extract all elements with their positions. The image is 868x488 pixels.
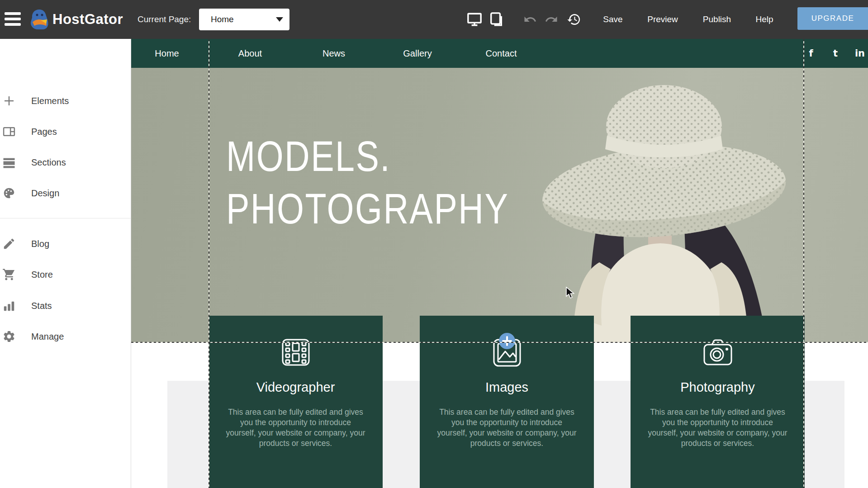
blog-pencil-icon [2,237,16,251]
undo-icon[interactable] [523,12,537,27]
site-nav-home[interactable]: Home [140,39,194,68]
help-button[interactable]: Help [751,0,778,39]
upgrade-button[interactable]: UPGRADE [797,7,868,30]
linkedin-icon[interactable]: in [851,39,868,68]
sidebar-item-blog[interactable]: Blog [0,228,131,259]
sidebar-item-label: Stats [31,301,52,311]
sidebar-item-label: Store [31,270,53,280]
sidebar-item-design[interactable]: Design [0,178,131,208]
hero-heading-line2: PHOTOGRAPHY [226,183,509,235]
site-nav-gallery[interactable]: Gallery [390,39,445,68]
sidebar-item-elements[interactable]: Elements [0,85,131,116]
card-title: Photography [631,380,805,395]
store-cart-icon [2,268,16,281]
current-page-label: Current Page: [138,0,191,39]
sidebar-item-stats[interactable]: Stats [0,290,131,321]
hero-heading-line1: MODELS. [226,130,509,183]
hamburger-menu-icon[interactable] [5,12,21,27]
sections-icon [2,156,16,169]
hero-heading[interactable]: MODELS. PHOTOGRAPHY [226,130,509,235]
card-body-text: This area can be fully edited and gives … [648,407,788,449]
sidebar-item-label: Pages [31,127,57,137]
hero-section[interactable]: MODELS. PHOTOGRAPHY [131,68,868,342]
sidebar-divider [0,218,131,218]
chevron-down-icon [276,17,283,22]
publish-button[interactable]: Publish [699,0,735,39]
sidebar-item-sections[interactable]: Sections [0,147,131,178]
add-image-badge-icon[interactable] [498,332,516,350]
sidebar-item-manage[interactable]: Manage [0,321,131,352]
save-button[interactable]: Save [599,0,626,39]
card-body-text: This area can be fully edited and gives … [226,407,366,449]
twitter-icon[interactable]: t [826,39,844,68]
plus-icon [2,94,16,108]
site-navbar: Home About News Gallery Contact f t in [131,39,868,68]
site-nav-about[interactable]: About [223,39,277,68]
desktop-view-icon[interactable] [467,12,482,27]
page-select-value: Home [211,14,234,24]
hero-section-guide [131,342,868,343]
stats-bars-icon [2,299,16,313]
sidebar-item-pages[interactable]: Pages [0,116,131,147]
design-palette-icon [2,186,16,200]
redo-icon[interactable] [545,12,558,27]
brand-name: HostGator [52,11,123,28]
editor-sidebar: Elements Pages Sections Design [0,39,131,488]
pages-icon [2,125,16,138]
mobile-view-icon[interactable] [489,12,504,27]
history-icon[interactable] [567,12,581,27]
facebook-icon[interactable]: f [802,39,820,68]
preview-button[interactable]: Preview [645,0,681,39]
editor-topbar: HostGator Current Page: Home Save Previe… [0,0,868,39]
sidebar-item-label: Design [31,188,59,199]
model-photo [520,68,868,342]
sidebar-item-label: Elements [31,96,69,106]
site-nav-contact[interactable]: Contact [474,39,528,68]
content-guide-left [209,39,209,488]
site-nav-news[interactable]: News [307,39,361,68]
content-guide-right [803,39,804,488]
card-body-text: This area can be fully edited and gives … [437,407,577,449]
sidebar-item-store[interactable]: Store [0,259,131,290]
card-title: Images [420,380,594,395]
sidebar-item-label: Sections [31,157,66,168]
sidebar-item-label: Blog [31,239,49,249]
page-select-dropdown[interactable]: Home [199,9,289,30]
card-title: Videographer [209,380,383,395]
site-preview-canvas: Home About News Gallery Contact f t in [131,39,868,488]
sidebar-item-label: Manage [31,332,64,342]
mouse-cursor [565,287,577,299]
hostgator-builder-window: HostGator Current Page: Home Save Previe… [0,0,868,488]
hostgator-logo: HostGator [29,7,123,32]
manage-gear-icon [2,330,16,343]
hostgator-gator-icon [29,9,50,30]
